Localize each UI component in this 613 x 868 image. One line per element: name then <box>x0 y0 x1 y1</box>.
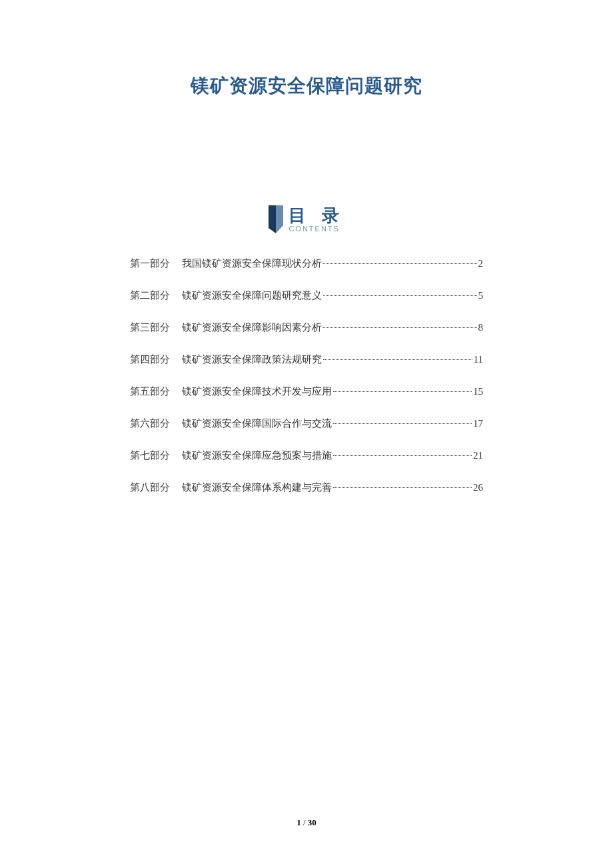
toc-entry-title: 镁矿资源安全保障技术开发与应用 <box>182 385 332 398</box>
toc-entry-title: 镁矿资源安全保障政策法规研究 <box>182 353 322 366</box>
toc-part-label: 第五部分 <box>130 385 170 398</box>
toc-entry-title: 镁矿资源安全保障国际合作与交流 <box>182 417 332 430</box>
document-page: 镁矿资源安全保障问题研究 目 录 CONTENTS 第一部分 我国镁矿资源安全保… <box>0 0 613 494</box>
toc-part-label: 第八部分 <box>130 481 170 494</box>
toc-part-label: 第六部分 <box>130 417 170 430</box>
toc-entry[interactable]: 第五部分 镁矿资源安全保障技术开发与应用 15 <box>130 385 483 398</box>
toc-leader-dots <box>333 423 472 424</box>
toc-leader-dots <box>323 295 477 296</box>
toc-entry[interactable]: 第一部分 我国镁矿资源安全保障现状分析 2 <box>130 257 483 270</box>
toc-page-number: 15 <box>473 386 483 397</box>
toc-entry[interactable]: 第三部分 镁矿资源安全保障影响因素分析 8 <box>130 321 483 334</box>
toc-leader-dots <box>323 263 477 264</box>
toc-page-number: 5 <box>478 290 484 301</box>
toc-leader-dots <box>323 359 472 360</box>
toc-entry-title: 我国镁矿资源安全保障现状分析 <box>182 257 322 270</box>
toc-part-label: 第七部分 <box>130 449 170 462</box>
toc-label: 目 录 <box>289 207 344 224</box>
toc-part-label: 第三部分 <box>130 321 170 334</box>
toc-entry-title: 镁矿资源安全保障体系构建与完善 <box>182 481 332 494</box>
toc-entry[interactable]: 第七部分 镁矿资源安全保障应急预案与措施 21 <box>130 449 483 462</box>
toc-part-label: 第一部分 <box>130 257 170 270</box>
toc-leader-dots <box>333 391 472 392</box>
toc-label-block: 目 录 CONTENTS <box>289 207 344 233</box>
toc-page-number: 26 <box>473 482 483 493</box>
svg-marker-0 <box>269 205 276 233</box>
page-sep: / <box>301 817 308 827</box>
toc-entry[interactable]: 第四部分 镁矿资源安全保障政策法规研究 11 <box>130 353 483 366</box>
toc-page-number: 11 <box>474 354 483 365</box>
toc-header: 目 录 CONTENTS <box>77 205 536 233</box>
toc-entry-title: 镁矿资源安全保障影响因素分析 <box>182 321 322 334</box>
svg-marker-1 <box>276 205 283 233</box>
toc-part-label: 第四部分 <box>130 353 170 366</box>
toc-entry[interactable]: 第八部分 镁矿资源安全保障体系构建与完善 26 <box>130 481 483 494</box>
document-title: 镁矿资源安全保障问题研究 <box>77 73 536 99</box>
toc-entry[interactable]: 第二部分 镁矿资源安全保障问题研究意义 5 <box>130 289 483 302</box>
toc-leader-dots <box>323 327 477 328</box>
toc-entry-title: 镁矿资源安全保障问题研究意义 <box>182 289 322 302</box>
toc-page-number: 17 <box>473 418 483 429</box>
toc-part-label: 第二部分 <box>130 289 170 302</box>
toc-entry[interactable]: 第六部分 镁矿资源安全保障国际合作与交流 17 <box>130 417 483 430</box>
toc-leader-dots <box>333 455 472 456</box>
toc-sublabel: CONTENTS <box>289 225 340 233</box>
toc-icon <box>269 205 283 233</box>
toc-list: 第一部分 我国镁矿资源安全保障现状分析 2 第二部分 镁矿资源安全保障问题研究意… <box>77 257 536 494</box>
page-footer: 1 / 30 <box>0 817 613 828</box>
toc-page-number: 8 <box>478 322 484 333</box>
toc-page-number: 2 <box>478 258 484 269</box>
page-total: 30 <box>308 817 316 827</box>
toc-page-number: 21 <box>473 450 483 461</box>
toc-leader-dots <box>333 487 472 488</box>
toc-entry-title: 镁矿资源安全保障应急预案与措施 <box>182 449 332 462</box>
